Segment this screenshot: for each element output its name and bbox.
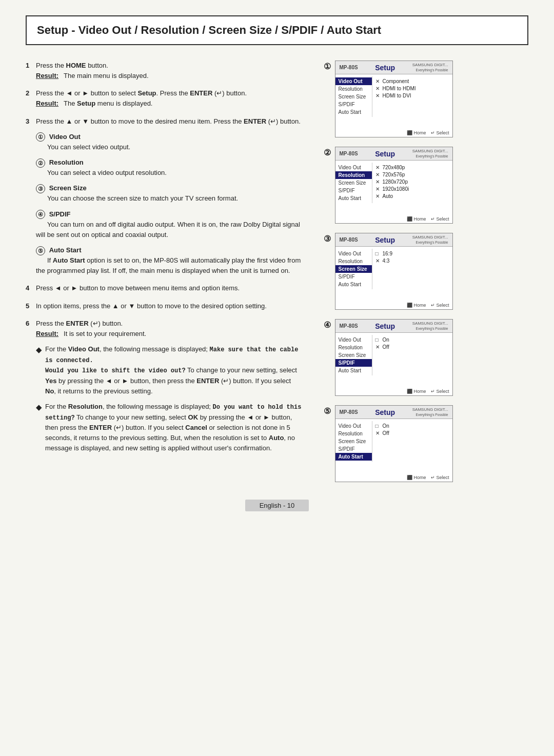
menu-video-out-1: Video Out (335, 77, 372, 85)
sub-item-screen-size: ③ Screen Size You can choose the screen … (36, 183, 303, 204)
menu-spdif-5: S/PDIF (335, 445, 372, 453)
result-label-6: Result: (36, 329, 58, 339)
step-2: 2 Press the ◄ or ► button to select Setu… (26, 88, 303, 109)
result-text-2: The Setup menu is displayed. (64, 98, 152, 109)
screen-options-4: □On ✕Off (372, 335, 452, 375)
menu-auto-start-2: Auto Start (335, 194, 372, 202)
screen-brand-1: SAMSUNG DIGIT...Everything's Possible (412, 63, 448, 72)
step-number-1: 1 (26, 61, 36, 71)
screen-circle-4: ④ (324, 320, 331, 330)
sub-item-auto-start: ⑤ Auto Start If Auto Start option is set… (36, 245, 303, 276)
sub-item-title-resolution: Resolution (49, 158, 84, 166)
screen-options-5: □On ✕Off (372, 421, 452, 462)
menu-spdif-2: S/PDIF (335, 187, 372, 194)
screen-group-2: ② MP-80S Setup SAMSUNG DIGIT...Everythin… (324, 147, 529, 224)
screen-circle-1: ① (324, 62, 331, 71)
screen-group-4: ④ MP-80S Setup SAMSUNG DIGIT...Everythin… (324, 319, 529, 396)
menu-spdif-3: S/PDIF (335, 273, 372, 281)
screen-options-1: ✕Component ✕HDMI to HDMI ✕HDMI to DVI (372, 76, 452, 117)
screen-group-3: ③ MP-80S Setup SAMSUNG DIGIT...Everythin… (324, 233, 529, 310)
sub-item-title-screen-size: Screen Size (49, 184, 87, 192)
result-text-1: The main menu is displayed. (64, 71, 148, 81)
step-6-instruction: Press the ENTER (↵) button. (36, 320, 123, 327)
screen-menu-5: Video Out Resolution Screen Size S/PDIF … (335, 421, 372, 462)
bullet-video-out: ◆ For the Video Out, the following messa… (36, 344, 303, 396)
circle-1: ① (36, 132, 45, 142)
screen-model-1: MP-80S (340, 65, 358, 70)
step-6: 6 Press the ENTER (↵) button. Result: It… (26, 319, 303, 454)
sub-item-desc-auto-start: If Auto Start option is set to on, the M… (36, 256, 301, 274)
sub-item-video-out: ① Video Out You can select video output. (36, 132, 303, 152)
result-label-1: Result: (36, 71, 58, 81)
step-3: 3 Press the ▲ or ▼ button to move to the… (26, 116, 303, 276)
step-1: 1 Press the HOME button. Result: The mai… (26, 61, 303, 81)
menu-resolution-4: Resolution (335, 344, 372, 351)
menu-video-out-5: Video Out (335, 422, 372, 430)
screen-model-2: MP-80S (340, 151, 358, 156)
step-2-instruction: Press the ◄ or ► button to select Setup.… (36, 89, 247, 97)
sub-items: ① Video Out You can select video output.… (36, 132, 303, 276)
bullet-video-out-text: For the Video Out, the following message… (45, 344, 303, 396)
step-1-instruction: Press the HOME button. (36, 62, 108, 69)
menu-resolution-1: Resolution (335, 85, 372, 93)
screen-title-5: Setup (375, 408, 395, 416)
step-number-4: 4 (26, 283, 36, 293)
bullet-resolution: ◆ For the Resolution, the following mess… (36, 402, 303, 454)
screen-circle-5: ⑤ (324, 406, 331, 416)
screen-menu-3: Video Out Resolution Screen Size S/PDIF … (335, 249, 372, 289)
screen-brand-3: SAMSUNG DIGIT...Everything's Possible (412, 235, 448, 245)
screen-box-1: MP-80S Setup SAMSUNG DIGIT...Everything'… (335, 61, 453, 137)
diamond-icon-2: ◆ (36, 402, 42, 454)
screen-menu-1: Video Out Resolution Screen Size S/PDIF … (335, 76, 372, 117)
step-number-6: 6 (26, 319, 36, 329)
sub-item-spdif: ④ S/PDIF You can turn on and off digital… (36, 209, 303, 240)
sub-item-title-auto-start: Auto Start (49, 246, 82, 254)
sub-item-resolution: ② Resolution You can select a video outp… (36, 157, 303, 178)
page-title: Setup - Video Out / Resolution / Screen … (26, 15, 528, 45)
bullet-list: ◆ For the Video Out, the following messa… (36, 344, 303, 454)
page-number: English - 10 (245, 500, 309, 511)
screen-box-2: MP-80S Setup SAMSUNG DIGIT...Everything'… (335, 147, 453, 224)
menu-spdif-1: S/PDIF (335, 101, 372, 108)
menu-resolution-5: Resolution (335, 430, 372, 437)
menu-video-out-4: Video Out (335, 336, 372, 344)
menu-spdif-4: S/PDIF (335, 359, 372, 367)
menu-auto-start-1: Auto Start (335, 108, 372, 116)
screen-group-5: ⑤ MP-80S Setup SAMSUNG DIGIT...Everythin… (324, 405, 529, 482)
screen-circle-2: ② (324, 148, 331, 157)
screen-group-1: ① MP-80S Setup SAMSUNG DIGIT...Everythin… (324, 61, 529, 137)
result-text-6: It is set to your requirement. (64, 329, 146, 339)
menu-resolution-3: Resolution (335, 257, 372, 265)
sub-item-desc-resolution: You can select a video output resolution… (47, 169, 167, 176)
circle-5: ⑤ (36, 246, 45, 255)
step-4-instruction: Press ◄ or ► button to move between menu… (36, 284, 240, 292)
menu-auto-start-5: Auto Start (335, 453, 372, 461)
circle-2: ② (36, 158, 45, 168)
result-label-2: Result: (36, 98, 58, 109)
sub-item-title-spdif: S/PDIF (49, 210, 71, 218)
menu-screen-size-3: Screen Size (335, 265, 372, 273)
step-number-2: 2 (26, 88, 36, 98)
screen-title-4: Setup (375, 322, 395, 330)
menu-screen-size-5: Screen Size (335, 437, 372, 445)
screen-box-3: MP-80S Setup SAMSUNG DIGIT...Everything'… (335, 233, 453, 310)
circle-4: ④ (36, 210, 45, 219)
menu-resolution-2: Resolution (335, 171, 372, 179)
diamond-icon-1: ◆ (36, 344, 42, 396)
sub-item-title-video-out: Video Out (49, 133, 81, 141)
screen-brand-4: SAMSUNG DIGIT...Everything's Possible (412, 321, 448, 331)
menu-video-out-2: Video Out (335, 164, 372, 171)
screen-title-1: Setup (375, 64, 395, 72)
step-5: 5 In option items, press the ▲ or ▼ butt… (26, 301, 303, 311)
screen-model-5: MP-80S (340, 409, 358, 415)
screen-model-4: MP-80S (340, 323, 358, 329)
menu-auto-start-4: Auto Start (335, 367, 372, 374)
bullet-resolution-text: For the Resolution, the following messag… (45, 402, 303, 454)
screen-title-2: Setup (375, 150, 395, 158)
screens-column: ① MP-80S Setup SAMSUNG DIGIT...Everythin… (324, 61, 529, 484)
step-number-3: 3 (26, 116, 36, 127)
sub-item-desc-screen-size: You can choose the screen size to match … (47, 194, 238, 202)
step-3-instruction: Press the ▲ or ▼ button to move to the d… (36, 117, 301, 125)
screen-circle-3: ③ (324, 234, 331, 244)
menu-video-out-3: Video Out (335, 250, 372, 257)
